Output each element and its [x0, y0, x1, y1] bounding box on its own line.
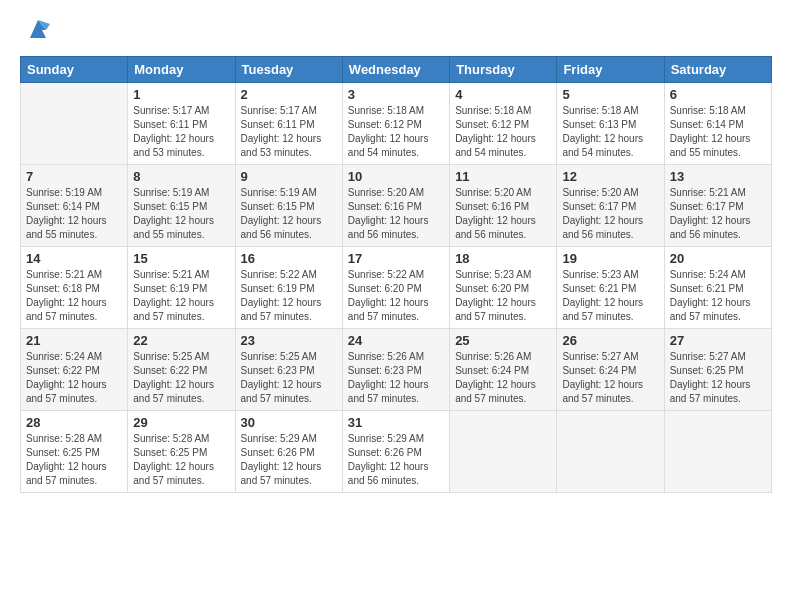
calendar-cell: 17Sunrise: 5:22 AM Sunset: 6:20 PM Dayli…: [342, 247, 449, 329]
calendar-cell: 6Sunrise: 5:18 AM Sunset: 6:14 PM Daylig…: [664, 83, 771, 165]
calendar-cell: 20Sunrise: 5:24 AM Sunset: 6:21 PM Dayli…: [664, 247, 771, 329]
calendar-cell: 11Sunrise: 5:20 AM Sunset: 6:16 PM Dayli…: [450, 165, 557, 247]
calendar-cell: 28Sunrise: 5:28 AM Sunset: 6:25 PM Dayli…: [21, 411, 128, 493]
day-info: Sunrise: 5:28 AM Sunset: 6:25 PM Dayligh…: [133, 432, 229, 488]
day-info: Sunrise: 5:24 AM Sunset: 6:21 PM Dayligh…: [670, 268, 766, 324]
calendar-cell: 8Sunrise: 5:19 AM Sunset: 6:15 PM Daylig…: [128, 165, 235, 247]
logo-icon: [22, 16, 54, 44]
day-info: Sunrise: 5:21 AM Sunset: 6:17 PM Dayligh…: [670, 186, 766, 242]
calendar-cell: [557, 411, 664, 493]
day-info: Sunrise: 5:22 AM Sunset: 6:19 PM Dayligh…: [241, 268, 337, 324]
main-container: SundayMondayTuesdayWednesdayThursdayFrid…: [0, 0, 792, 503]
day-info: Sunrise: 5:18 AM Sunset: 6:14 PM Dayligh…: [670, 104, 766, 160]
calendar-cell: 7Sunrise: 5:19 AM Sunset: 6:14 PM Daylig…: [21, 165, 128, 247]
day-info: Sunrise: 5:20 AM Sunset: 6:17 PM Dayligh…: [562, 186, 658, 242]
day-number: 8: [133, 169, 229, 184]
day-number: 12: [562, 169, 658, 184]
calendar-cell: 24Sunrise: 5:26 AM Sunset: 6:23 PM Dayli…: [342, 329, 449, 411]
day-number: 28: [26, 415, 122, 430]
calendar-cell: 13Sunrise: 5:21 AM Sunset: 6:17 PM Dayli…: [664, 165, 771, 247]
weekday-header-wednesday: Wednesday: [342, 57, 449, 83]
day-info: Sunrise: 5:29 AM Sunset: 6:26 PM Dayligh…: [241, 432, 337, 488]
weekday-header-row: SundayMondayTuesdayWednesdayThursdayFrid…: [21, 57, 772, 83]
calendar-cell: 9Sunrise: 5:19 AM Sunset: 6:15 PM Daylig…: [235, 165, 342, 247]
calendar-cell: [664, 411, 771, 493]
day-info: Sunrise: 5:23 AM Sunset: 6:20 PM Dayligh…: [455, 268, 551, 324]
weekday-header-tuesday: Tuesday: [235, 57, 342, 83]
day-number: 19: [562, 251, 658, 266]
calendar-cell: 4Sunrise: 5:18 AM Sunset: 6:12 PM Daylig…: [450, 83, 557, 165]
calendar-table: SundayMondayTuesdayWednesdayThursdayFrid…: [20, 56, 772, 493]
calendar-cell: 31Sunrise: 5:29 AM Sunset: 6:26 PM Dayli…: [342, 411, 449, 493]
day-number: 27: [670, 333, 766, 348]
day-info: Sunrise: 5:19 AM Sunset: 6:15 PM Dayligh…: [241, 186, 337, 242]
calendar-cell: 5Sunrise: 5:18 AM Sunset: 6:13 PM Daylig…: [557, 83, 664, 165]
calendar-week-row: 28Sunrise: 5:28 AM Sunset: 6:25 PM Dayli…: [21, 411, 772, 493]
calendar-cell: 23Sunrise: 5:25 AM Sunset: 6:23 PM Dayli…: [235, 329, 342, 411]
day-info: Sunrise: 5:28 AM Sunset: 6:25 PM Dayligh…: [26, 432, 122, 488]
day-info: Sunrise: 5:25 AM Sunset: 6:22 PM Dayligh…: [133, 350, 229, 406]
day-number: 20: [670, 251, 766, 266]
day-info: Sunrise: 5:25 AM Sunset: 6:23 PM Dayligh…: [241, 350, 337, 406]
day-number: 31: [348, 415, 444, 430]
day-number: 6: [670, 87, 766, 102]
day-info: Sunrise: 5:17 AM Sunset: 6:11 PM Dayligh…: [241, 104, 337, 160]
header: [20, 18, 772, 44]
day-info: Sunrise: 5:19 AM Sunset: 6:14 PM Dayligh…: [26, 186, 122, 242]
calendar-cell: 19Sunrise: 5:23 AM Sunset: 6:21 PM Dayli…: [557, 247, 664, 329]
day-info: Sunrise: 5:18 AM Sunset: 6:13 PM Dayligh…: [562, 104, 658, 160]
day-number: 7: [26, 169, 122, 184]
day-number: 15: [133, 251, 229, 266]
day-number: 23: [241, 333, 337, 348]
day-info: Sunrise: 5:24 AM Sunset: 6:22 PM Dayligh…: [26, 350, 122, 406]
calendar-week-row: 1Sunrise: 5:17 AM Sunset: 6:11 PM Daylig…: [21, 83, 772, 165]
weekday-header-sunday: Sunday: [21, 57, 128, 83]
day-number: 24: [348, 333, 444, 348]
day-number: 5: [562, 87, 658, 102]
calendar-week-row: 7Sunrise: 5:19 AM Sunset: 6:14 PM Daylig…: [21, 165, 772, 247]
calendar-cell: 2Sunrise: 5:17 AM Sunset: 6:11 PM Daylig…: [235, 83, 342, 165]
calendar-cell: 25Sunrise: 5:26 AM Sunset: 6:24 PM Dayli…: [450, 329, 557, 411]
day-number: 11: [455, 169, 551, 184]
calendar-cell: 15Sunrise: 5:21 AM Sunset: 6:19 PM Dayli…: [128, 247, 235, 329]
calendar-week-row: 14Sunrise: 5:21 AM Sunset: 6:18 PM Dayli…: [21, 247, 772, 329]
day-info: Sunrise: 5:23 AM Sunset: 6:21 PM Dayligh…: [562, 268, 658, 324]
day-info: Sunrise: 5:22 AM Sunset: 6:20 PM Dayligh…: [348, 268, 444, 324]
calendar-cell: 27Sunrise: 5:27 AM Sunset: 6:25 PM Dayli…: [664, 329, 771, 411]
calendar-cell: 14Sunrise: 5:21 AM Sunset: 6:18 PM Dayli…: [21, 247, 128, 329]
day-info: Sunrise: 5:27 AM Sunset: 6:25 PM Dayligh…: [670, 350, 766, 406]
day-number: 3: [348, 87, 444, 102]
calendar-cell: 26Sunrise: 5:27 AM Sunset: 6:24 PM Dayli…: [557, 329, 664, 411]
calendar-cell: 22Sunrise: 5:25 AM Sunset: 6:22 PM Dayli…: [128, 329, 235, 411]
day-info: Sunrise: 5:26 AM Sunset: 6:23 PM Dayligh…: [348, 350, 444, 406]
day-number: 16: [241, 251, 337, 266]
calendar-cell: [450, 411, 557, 493]
day-number: 29: [133, 415, 229, 430]
day-number: 25: [455, 333, 551, 348]
day-info: Sunrise: 5:18 AM Sunset: 6:12 PM Dayligh…: [455, 104, 551, 160]
weekday-header-monday: Monday: [128, 57, 235, 83]
day-number: 2: [241, 87, 337, 102]
day-info: Sunrise: 5:20 AM Sunset: 6:16 PM Dayligh…: [455, 186, 551, 242]
day-number: 9: [241, 169, 337, 184]
day-number: 13: [670, 169, 766, 184]
weekday-header-saturday: Saturday: [664, 57, 771, 83]
day-info: Sunrise: 5:17 AM Sunset: 6:11 PM Dayligh…: [133, 104, 229, 160]
day-info: Sunrise: 5:21 AM Sunset: 6:18 PM Dayligh…: [26, 268, 122, 324]
day-info: Sunrise: 5:20 AM Sunset: 6:16 PM Dayligh…: [348, 186, 444, 242]
calendar-cell: [21, 83, 128, 165]
day-info: Sunrise: 5:27 AM Sunset: 6:24 PM Dayligh…: [562, 350, 658, 406]
day-number: 21: [26, 333, 122, 348]
calendar-cell: 16Sunrise: 5:22 AM Sunset: 6:19 PM Dayli…: [235, 247, 342, 329]
day-info: Sunrise: 5:26 AM Sunset: 6:24 PM Dayligh…: [455, 350, 551, 406]
day-number: 30: [241, 415, 337, 430]
day-info: Sunrise: 5:18 AM Sunset: 6:12 PM Dayligh…: [348, 104, 444, 160]
calendar-cell: 29Sunrise: 5:28 AM Sunset: 6:25 PM Dayli…: [128, 411, 235, 493]
day-number: 4: [455, 87, 551, 102]
day-info: Sunrise: 5:19 AM Sunset: 6:15 PM Dayligh…: [133, 186, 229, 242]
day-number: 1: [133, 87, 229, 102]
calendar-cell: 10Sunrise: 5:20 AM Sunset: 6:16 PM Dayli…: [342, 165, 449, 247]
logo: [20, 18, 54, 44]
day-number: 10: [348, 169, 444, 184]
weekday-header-thursday: Thursday: [450, 57, 557, 83]
